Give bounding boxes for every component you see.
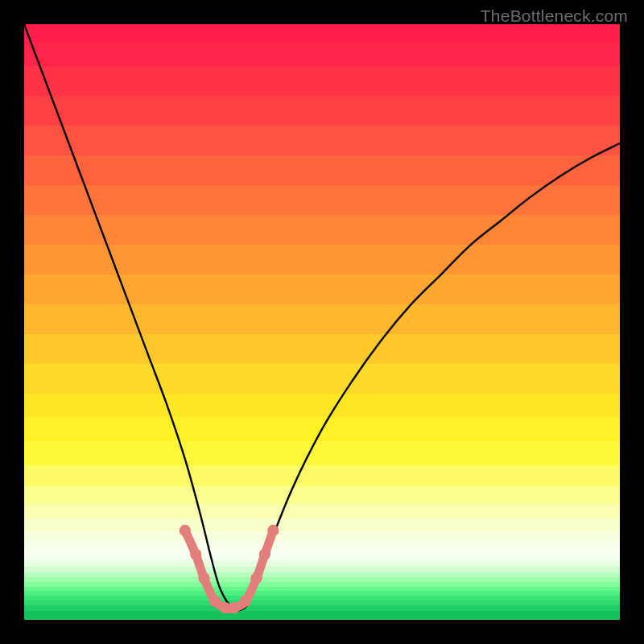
valley-marker-dot bbox=[209, 595, 221, 606]
chart-frame: TheBottleneck.com bbox=[0, 0, 644, 644]
valley-marker-dot bbox=[267, 525, 279, 536]
valley-marker-dot bbox=[180, 525, 191, 536]
watermark-text: TheBottleneck.com bbox=[481, 6, 628, 26]
valley-marker-dot bbox=[198, 572, 209, 584]
valley-marker-dot bbox=[240, 595, 251, 606]
valley-marker-dot bbox=[250, 572, 262, 584]
curve-layer bbox=[24, 24, 620, 620]
valley-marker-dot bbox=[228, 602, 239, 613]
valley-marker-dot bbox=[190, 548, 201, 559]
valley-marker-dot bbox=[259, 548, 270, 559]
bottleneck-curve bbox=[24, 24, 620, 610]
valley-marker-stroke bbox=[185, 530, 274, 609]
plot-area bbox=[24, 24, 620, 620]
